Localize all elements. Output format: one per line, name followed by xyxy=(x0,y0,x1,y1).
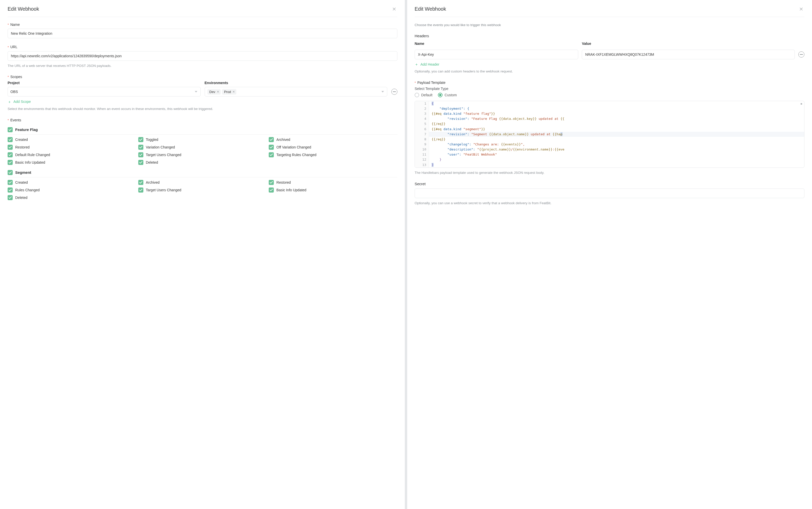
checkbox-icon[interactable] xyxy=(8,137,13,142)
right-panel-body: Choose the events you would like to trig… xyxy=(415,17,804,206)
close-icon[interactable]: ✕ xyxy=(798,6,804,12)
name-input[interactable] xyxy=(8,29,397,38)
group-checkbox[interactable] xyxy=(8,127,13,132)
event-checkbox-item[interactable]: Variation Changed xyxy=(138,145,267,150)
event-checkbox-item[interactable]: Created xyxy=(8,137,136,142)
event-checkbox-item[interactable]: Default Rule Changed xyxy=(8,152,136,157)
checkbox-icon[interactable] xyxy=(269,137,274,142)
add-header-label: Add Header xyxy=(420,62,439,66)
checkbox-icon[interactable] xyxy=(138,145,143,150)
secret-section: Secret Optionally, you can use a webhook… xyxy=(415,182,804,206)
checkbox-icon[interactable] xyxy=(138,160,143,165)
event-checkbox-item[interactable]: Off Variation Changed xyxy=(269,145,397,150)
payload-label: Payload Template xyxy=(415,80,804,84)
checkbox-icon[interactable] xyxy=(269,145,274,150)
environments-column: Environments Dev ✕ Prod ✕ xyxy=(205,81,398,97)
radio-circle-icon xyxy=(438,93,443,97)
secret-help-text: Optionally, you can use a webhook secret… xyxy=(415,201,804,206)
event-checkbox-item[interactable]: Restored xyxy=(8,145,136,150)
headers-help-text: Optionally, you can add custom headers t… xyxy=(415,69,804,74)
event-checkbox-item[interactable]: Archived xyxy=(138,180,267,185)
event-checkbox-label: Created xyxy=(15,138,28,142)
app-root: Edit Webhook ✕ Name URL The URL of a web… xyxy=(0,0,812,509)
url-section: URL The URL of a web server that receive… xyxy=(8,45,397,68)
panel-divider xyxy=(405,0,407,509)
event-checkbox-item[interactable]: Created xyxy=(8,180,136,185)
url-label: URL xyxy=(8,45,397,49)
event-group-header: Feature Flag xyxy=(8,126,397,135)
checkbox-icon[interactable] xyxy=(138,152,143,157)
event-checkbox-label: Off Variation Changed xyxy=(276,145,311,149)
event-checkbox-item[interactable]: Deleted xyxy=(138,160,267,165)
event-checkbox-label: Target Users Changed xyxy=(146,188,181,192)
remove-scope-button[interactable] xyxy=(391,89,397,95)
event-checkbox-label: Basic Info Updated xyxy=(15,160,45,164)
checkbox-icon[interactable] xyxy=(8,195,13,200)
checkbox-icon[interactable] xyxy=(138,137,143,142)
secret-input[interactable] xyxy=(415,189,804,198)
header-value-input[interactable] xyxy=(582,50,795,59)
checkbox-icon[interactable] xyxy=(8,160,13,165)
checkbox-icon[interactable] xyxy=(8,145,13,150)
add-header-button[interactable]: ＋ Add Header xyxy=(415,62,439,66)
left-panel-header: Edit Webhook ✕ xyxy=(8,6,397,17)
event-checkbox-item[interactable]: Restored xyxy=(269,180,397,185)
event-checkbox-label: Basic Info Updated xyxy=(276,188,306,192)
checkbox-icon[interactable] xyxy=(269,188,274,193)
checkbox-icon[interactable] xyxy=(138,180,143,185)
add-scope-button[interactable]: ＋ Add Scope xyxy=(8,100,31,104)
event-checkbox-item[interactable]: Target Users Changed xyxy=(138,188,267,193)
env-tag-label: Prod xyxy=(224,90,231,94)
name-label: Name xyxy=(8,23,397,27)
right-panel: Edit Webhook ✕ Choose the events you wou… xyxy=(407,0,812,509)
radio-default[interactable]: Default xyxy=(415,93,432,97)
radio-custom[interactable]: Custom xyxy=(438,93,457,97)
template-type-label: Select Template Type xyxy=(415,87,804,91)
checkbox-icon[interactable] xyxy=(138,188,143,193)
event-checkbox-item[interactable]: Target Users Changed xyxy=(138,152,267,157)
event-checkbox-item[interactable]: Toggled xyxy=(138,137,267,142)
event-checkbox-label: Restored xyxy=(15,145,30,149)
scopes-columns: Project OBS Environments Dev ✕ xyxy=(8,81,397,97)
headers-label: Headers xyxy=(415,34,804,38)
checkbox-icon[interactable] xyxy=(269,152,274,157)
checkbox-icon[interactable] xyxy=(8,188,13,193)
checkbox-icon[interactable] xyxy=(269,180,274,185)
payload-code-editor[interactable]: 1{ 2 "deployment": { 3{{#eq data.kind "f… xyxy=(415,101,804,168)
checkbox-icon[interactable] xyxy=(8,180,13,185)
svg-rect-0 xyxy=(393,92,396,92)
remove-tag-icon[interactable]: ✕ xyxy=(233,90,235,94)
event-checkbox-item[interactable]: Rules Changed xyxy=(8,188,136,193)
headers-labels-row: Name Value xyxy=(415,41,804,47)
event-checkbox-label: Default Rule Changed xyxy=(15,153,50,157)
env-tag-prod[interactable]: Prod ✕ xyxy=(222,89,236,95)
event-checkbox-label: Created xyxy=(15,180,28,184)
header-row xyxy=(415,50,804,59)
events-label: Events xyxy=(8,118,397,122)
env-tag-label: Dev xyxy=(209,90,215,94)
group-checkbox[interactable] xyxy=(8,170,13,175)
left-panel-body: Name URL The URL of a web server that re… xyxy=(8,17,397,200)
url-input[interactable] xyxy=(8,51,397,61)
svg-rect-1 xyxy=(800,54,803,55)
plus-icon: ＋ xyxy=(415,62,418,66)
event-checkbox-item[interactable]: Deleted xyxy=(8,195,136,200)
event-checkbox-item[interactable]: Archived xyxy=(269,137,397,142)
env-tag-dev[interactable]: Dev ✕ xyxy=(207,89,221,95)
checkbox-icon[interactable] xyxy=(8,152,13,157)
environments-select[interactable]: Dev ✕ Prod ✕ xyxy=(205,87,388,97)
event-checkbox-grid: CreatedToggledArchivedRestoredVariation … xyxy=(8,137,397,165)
event-checkbox-item[interactable]: Basic Info Updated xyxy=(269,188,397,193)
remove-header-button[interactable] xyxy=(798,52,804,58)
radio-default-label: Default xyxy=(421,93,432,97)
project-select-value: OBS xyxy=(10,90,193,94)
headers-section: Headers Name Value ＋ Add Header xyxy=(415,34,804,74)
project-column: Project OBS xyxy=(8,81,201,97)
header-name-input[interactable] xyxy=(415,50,578,59)
project-select[interactable]: OBS xyxy=(8,87,201,97)
remove-tag-icon[interactable]: ✕ xyxy=(217,90,219,94)
event-checkbox-item[interactable]: Basic Info Updated xyxy=(8,160,136,165)
event-checkbox-item[interactable]: Targeting Rules Changed xyxy=(269,152,397,157)
close-icon[interactable]: ✕ xyxy=(391,6,397,12)
secret-label: Secret xyxy=(415,182,804,186)
